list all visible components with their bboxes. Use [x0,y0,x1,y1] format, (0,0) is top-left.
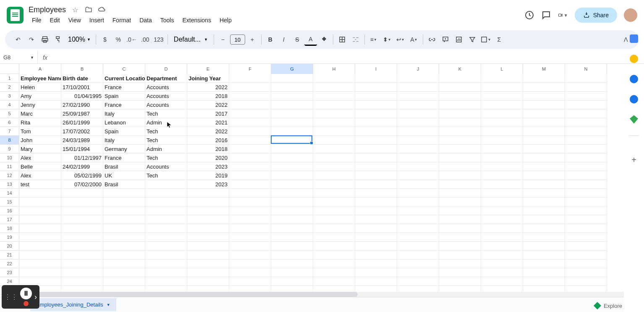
cell-H7[interactable] [313,127,355,136]
col-header-A[interactable]: A [19,64,61,74]
cell-M23[interactable] [523,268,565,277]
cell-K5[interactable] [439,109,481,118]
cell-N19[interactable] [565,233,607,242]
row-header-24[interactable]: 24 [0,277,19,286]
cell-E13[interactable]: 2023 [187,180,229,189]
cell-M16[interactable] [523,206,565,215]
cell-L7[interactable] [481,127,523,136]
cell-L14[interactable] [481,189,523,198]
cell-C7[interactable]: Spain [103,127,145,136]
cell-B6[interactable]: 26/01/1999 [61,118,103,127]
maps-icon[interactable] [630,115,638,124]
bold-button[interactable]: B [264,33,277,46]
col-header-B[interactable]: B [61,64,103,74]
cell-I12[interactable] [355,171,397,180]
cell-G7[interactable] [271,127,313,136]
cell-F3[interactable] [229,92,271,100]
sheets-logo[interactable] [7,7,24,24]
cell-M11[interactable] [523,162,565,171]
row-header-19[interactable]: 19 [0,233,19,242]
cell-F11[interactable] [229,162,271,171]
cell-M20[interactable] [523,242,565,251]
cell-K1[interactable] [439,74,481,83]
cell-G14[interactable] [271,189,313,198]
redo-button[interactable]: ↷ [25,33,38,46]
cell-K22[interactable] [439,259,481,268]
cell-J7[interactable] [397,127,439,136]
cell-F23[interactable] [229,268,271,277]
text-color-button[interactable]: A [304,33,317,46]
cell-F13[interactable] [229,180,271,189]
cell-K11[interactable] [439,162,481,171]
cell-N17[interactable] [565,215,607,224]
cell-K20[interactable] [439,242,481,251]
cell-F20[interactable] [229,242,271,251]
cell-B22[interactable] [61,259,103,268]
cell-B24[interactable] [61,277,103,286]
cell-N5[interactable] [565,109,607,118]
comment-button[interactable] [439,33,452,46]
cell-I14[interactable] [355,189,397,198]
menu-data[interactable]: Data [136,15,155,25]
filter-views-button[interactable]: ▼ [479,33,492,46]
cell-D17[interactable] [145,215,187,224]
cell-B14[interactable] [61,189,103,198]
cell-J8[interactable] [397,136,439,145]
cell-M15[interactable] [523,198,565,206]
cell-G8[interactable] [271,136,313,145]
col-header-M[interactable]: M [523,64,565,74]
cell-C3[interactable]: Spain [103,92,145,100]
row-header-15[interactable]: 15 [0,198,19,206]
cell-N22[interactable] [565,259,607,268]
cell-M2[interactable] [523,83,565,92]
cell-F21[interactable] [229,251,271,259]
cell-H16[interactable] [313,206,355,215]
cell-K6[interactable] [439,118,481,127]
cell-L10[interactable] [481,153,523,162]
cell-A23[interactable] [19,268,61,277]
select-all-corner[interactable] [0,64,19,74]
cell-B1[interactable]: Birth date [61,74,103,83]
cell-N9[interactable] [565,145,607,153]
row-header-13[interactable]: 13 [0,180,19,189]
cell-N13[interactable] [565,180,607,189]
cell-D6[interactable]: Admin [145,118,187,127]
cell-N14[interactable] [565,189,607,198]
print-button[interactable] [39,33,51,46]
filter-button[interactable] [466,33,479,46]
cell-E4[interactable]: 2022 [187,100,229,109]
cell-M9[interactable] [523,145,565,153]
cell-A24[interactable] [19,277,61,286]
cell-L22[interactable] [481,259,523,268]
cell-G24[interactable] [271,277,313,286]
cell-F10[interactable] [229,153,271,162]
keep-icon[interactable] [630,55,638,63]
cell-A19[interactable] [19,233,61,242]
cloud-status-icon[interactable] [98,5,106,14]
menu-help[interactable]: Help [216,15,235,25]
cell-G10[interactable] [271,153,313,162]
cell-M14[interactable] [523,189,565,198]
cell-E21[interactable] [187,251,229,259]
cell-H12[interactable] [313,171,355,180]
cell-E12[interactable]: 2019 [187,171,229,180]
cell-G13[interactable] [271,180,313,189]
cell-E19[interactable] [187,233,229,242]
cell-J17[interactable] [397,215,439,224]
fill-color-button[interactable] [318,33,330,46]
cell-J2[interactable] [397,83,439,92]
cell-C19[interactable] [103,233,145,242]
cell-K2[interactable] [439,83,481,92]
row-header-1[interactable]: 1 [0,74,19,83]
row-header-4[interactable]: 4 [0,100,19,109]
currency-button[interactable]: $ [99,33,111,46]
cell-C18[interactable] [103,224,145,233]
cell-B8[interactable]: 24/03/1989 [61,136,103,145]
cell-J21[interactable] [397,251,439,259]
cell-C23[interactable] [103,268,145,277]
cell-N12[interactable] [565,171,607,180]
cell-J19[interactable] [397,233,439,242]
col-header-L[interactable]: L [481,64,523,74]
cell-H17[interactable] [313,215,355,224]
cell-A20[interactable] [19,242,61,251]
